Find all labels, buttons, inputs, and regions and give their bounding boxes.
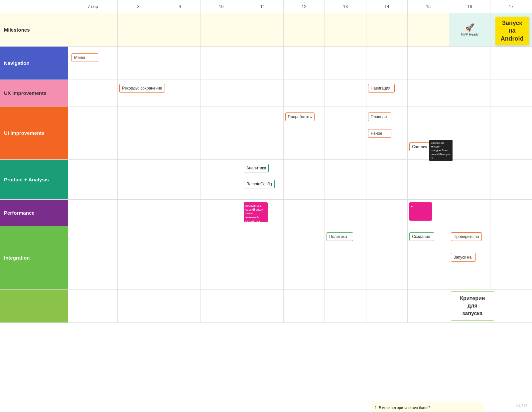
- nav-cell-9: [449, 47, 491, 80]
- ui-cell-8: Счетчик Сделке, но выгодет отведем Лема …: [408, 106, 449, 159]
- nav-cell-0: Меню: [68, 47, 118, 80]
- extra-cell-10: [490, 290, 532, 322]
- sticky-ui-black: Сделке, но выгодет отведем Лема по выб/М…: [429, 140, 453, 161]
- extra-cell-3: [200, 290, 242, 322]
- card-remoteconfig-text: RemoteConfig: [246, 182, 272, 186]
- card-proverit-text: Проверить на: [454, 234, 479, 239]
- card-records[interactable]: Рекорды: сохранение: [119, 84, 165, 93]
- card-sozdanie-text: Создание: [412, 234, 430, 239]
- extra-cell-4: [242, 290, 284, 322]
- int-cell-2: [159, 226, 201, 289]
- sticky-perf-2: ...: [409, 202, 432, 221]
- sidebar: Milestones Navigation UX Improvements UI…: [0, 0, 68, 412]
- int-cell-10: [490, 226, 532, 289]
- col-header-11: 11: [242, 0, 284, 13]
- int-cell-9: Проверить на Запуск на: [449, 226, 491, 289]
- ms-cell-1: [118, 13, 159, 46]
- ux-cell-1: Рекорды: сохранение: [118, 80, 159, 106]
- nav-cell-1: [118, 47, 159, 80]
- criteria-box: Критериидлязапуска: [451, 291, 494, 321]
- card-remoteconfig[interactable]: RemoteConfig: [244, 180, 275, 188]
- card-prorabotat-text: Проработать: [288, 114, 312, 119]
- prod-cell-4: Аналитика RemoteConfig: [242, 160, 284, 199]
- prod-cell-3: [200, 160, 242, 199]
- ms-cell-4: [242, 13, 284, 46]
- extra-cell-2: [159, 290, 201, 322]
- ms-cell-3: [200, 13, 242, 46]
- card-proverit[interactable]: Проверить на: [451, 232, 482, 241]
- extra-row: Критериидлязапуска: [68, 290, 532, 323]
- nav-cell-8: [408, 47, 449, 80]
- ui-cell-2: [159, 106, 201, 159]
- int-cell-8: Создание: [408, 226, 449, 289]
- card-analitika[interactable]: Аналитика: [244, 164, 269, 172]
- perf-cell-3: [200, 200, 242, 226]
- sidebar-row-product: Product + Analysis: [0, 160, 68, 200]
- navigation-row: Меню: [68, 47, 532, 80]
- prod-cell-6: [325, 160, 366, 199]
- int-cell-6: Политика: [325, 226, 366, 289]
- perf-cell-10: [490, 200, 532, 226]
- card-zapusk-na[interactable]: Запуск на: [451, 253, 476, 262]
- card-navigation-text: Навигация: [371, 86, 390, 91]
- ui-cell-0: [68, 106, 118, 159]
- card-navigation[interactable]: Навигация: [368, 84, 395, 93]
- card-schetchik[interactable]: Счетчик: [409, 142, 431, 151]
- int-cell-4: [242, 226, 284, 289]
- card-zapusk-na-text: Запуск на: [454, 255, 471, 260]
- prod-cell-5: [284, 160, 325, 199]
- performance-row: перезапуск сессий вещи кмент наземной се…: [68, 200, 532, 226]
- sidebar-header: [0, 0, 68, 13]
- criteria-list: 1. В игре нет критических багов? 2. Игра…: [371, 402, 484, 412]
- sidebar-row-extra: [0, 290, 68, 323]
- ux-cell-4: [242, 80, 284, 106]
- grid-area: 7 sep 8 9 10 11 12 13 14 15 16 17 🚀 M: [68, 0, 532, 412]
- int-cell-7: [366, 226, 408, 289]
- nav-cell-2: [159, 47, 201, 80]
- prod-cell-7: [366, 160, 408, 199]
- int-cell-1: [118, 226, 159, 289]
- card-menu-text: Меню: [74, 55, 85, 60]
- criteria-item-1: 1. В игре нет критических багов?: [375, 405, 480, 411]
- criteria-title: Критериидлязапуска: [460, 296, 485, 316]
- col-header-7sep: 7 sep: [68, 0, 118, 13]
- sidebar-row-ux: UX Improvements: [0, 80, 68, 106]
- ux-cell-10: [490, 80, 532, 106]
- ui-row: Проработать Плавная Явное Счетчик Сделке…: [68, 106, 532, 160]
- perf-cell-1: [118, 200, 159, 226]
- col-header-14: 14: [366, 0, 408, 13]
- card-sozdanie[interactable]: Создание: [409, 232, 434, 241]
- extra-cell-7: [366, 290, 408, 322]
- prod-cell-9: [449, 160, 491, 199]
- card-prorabotat[interactable]: Проработать: [285, 112, 315, 121]
- perf-cell-9: [449, 200, 491, 226]
- card-schetchik-text: Счетчик: [412, 144, 427, 149]
- column-header-row: 7 sep 8 9 10 11 12 13 14 15 16 17: [68, 0, 532, 13]
- card-menu[interactable]: Меню: [71, 53, 98, 62]
- int-cell-5: [284, 226, 325, 289]
- ms-cell-7: [366, 13, 408, 46]
- milestones-row: 🚀 MVP Ready 🚀 Integration Launch: [68, 13, 532, 47]
- card-plavnaya[interactable]: Плавная: [368, 112, 391, 121]
- ux-cell-5: [284, 80, 325, 106]
- perf-cell-8: ...: [408, 200, 449, 226]
- perf-cell-2: [159, 200, 201, 226]
- nav-cell-7: [366, 47, 408, 80]
- ux-cell-3: [200, 80, 242, 106]
- ui-cell-3: [200, 106, 242, 159]
- integration-row: Политика Создание Проверить на Запуск на: [68, 226, 532, 290]
- int-cell-0: [68, 226, 118, 289]
- ms-cell-2: [159, 13, 201, 46]
- ux-cell-7: Навигация: [366, 80, 408, 106]
- col-header-10: 10: [200, 0, 242, 13]
- col-header-8: 8: [118, 0, 159, 13]
- nav-cell-6: [325, 47, 366, 80]
- extra-cell-6: [325, 290, 366, 322]
- perf-cell-6: [325, 200, 366, 226]
- card-politika[interactable]: Политика: [327, 232, 353, 241]
- ui-cell-5: Проработать: [284, 106, 325, 159]
- nav-cell-5: [284, 47, 325, 80]
- ms-cell-6: [325, 13, 366, 46]
- ms-cell-8: [408, 13, 449, 46]
- card-yavnoe[interactable]: Явное: [368, 129, 391, 138]
